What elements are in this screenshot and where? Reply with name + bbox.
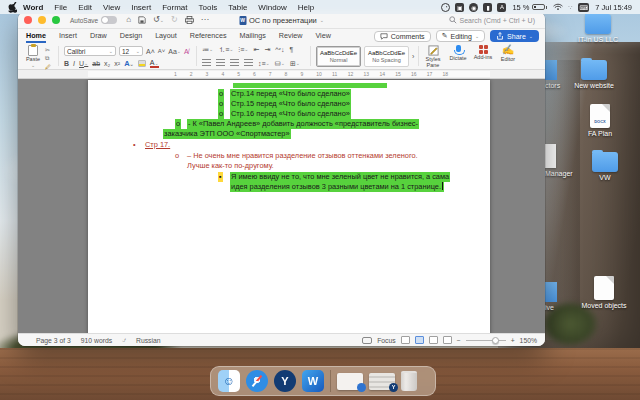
menu-item-edit[interactable]: Edit: [78, 3, 92, 12]
highlight-color-icon[interactable]: [138, 60, 146, 67]
document-line[interactable]: o– Не очень мне нравится разделение отзы…: [88, 151, 490, 161]
multilevel-list-button[interactable]: ⫶≡⌄: [239, 46, 249, 53]
grow-font-icon[interactable]: A˄: [146, 48, 155, 55]
comments-button[interactable]: Comments: [374, 31, 431, 42]
desktop-icon-partial[interactable]: ive: [545, 282, 557, 311]
desktop-icon-it-in-us-llc[interactable]: IT-in US LLC: [571, 14, 625, 44]
dock-minimized-window-2[interactable]: Y: [369, 373, 395, 390]
document-page[interactable]: oСтр.14 перед «Что было сделано»oСтр.15 …: [88, 80, 490, 333]
menu-extra-icon[interactable]: ▮: [483, 3, 492, 12]
zoom-button[interactable]: [52, 16, 60, 24]
font-name-combobox[interactable]: Calibri⌄: [64, 46, 116, 56]
document-line[interactable]: Лучше как-то по-другому.: [88, 161, 490, 171]
clear-formatting-icon[interactable]: A̸: [184, 48, 189, 55]
desktop-icon-vw[interactable]: VW: [578, 152, 632, 182]
bold-button[interactable]: B: [64, 60, 69, 67]
menu-item-format[interactable]: Format: [162, 3, 187, 12]
document-line[interactable]: идея разделения отзывов 3 разными цветам…: [88, 182, 490, 192]
document-line[interactable]: •Стр 17.: [88, 140, 490, 150]
dock-trash-icon[interactable]: [401, 371, 417, 391]
control-center-icon[interactable]: ⸪: [569, 4, 573, 11]
zoom-out-icon[interactable]: −: [457, 337, 461, 344]
paste-button[interactable]: Paste ⌄: [23, 45, 43, 68]
desktop-icon-partial[interactable]: Manager: [545, 144, 573, 177]
print-icon[interactable]: [185, 16, 194, 24]
home-icon[interactable]: ⌂: [126, 16, 131, 24]
align-left-icon[interactable]: [202, 59, 211, 67]
style-card-no-spacing[interactable]: AaBbCcDdEeNo Spacing: [364, 46, 409, 67]
word-count[interactable]: 910 words: [81, 337, 112, 344]
desktop-icon-partial[interactable]: ctors: [545, 60, 560, 89]
justify-icon[interactable]: [244, 59, 253, 67]
page-indicator[interactable]: Page 3 of 3: [36, 337, 71, 344]
dock-safari-icon[interactable]: [246, 370, 268, 392]
font-size-combobox[interactable]: 12⌄: [119, 46, 143, 56]
cut-icon[interactable]: ✂: [45, 46, 51, 53]
tab-insert[interactable]: Insert: [59, 30, 77, 43]
tab-review[interactable]: Review: [279, 30, 303, 43]
desktop-icon-new-website[interactable]: New website: [567, 60, 621, 90]
decrease-indent-icon[interactable]: ⇤: [254, 46, 260, 53]
menu-extra-icon[interactable]: ◉: [469, 3, 478, 12]
undo-icon[interactable]: ↺⌄: [153, 16, 164, 24]
menu-extra-icon[interactable]: ◔: [441, 3, 450, 12]
styles-pane-button[interactable]: Styles Pane: [422, 45, 444, 69]
dock-minimized-window-1[interactable]: [337, 373, 363, 390]
tab-references[interactable]: References: [190, 30, 227, 43]
redo-icon[interactable]: ↻: [171, 16, 178, 24]
align-right-icon[interactable]: [230, 59, 239, 67]
read-mode-icon[interactable]: [401, 336, 410, 344]
shrink-font-icon[interactable]: A˅: [158, 48, 166, 54]
line-spacing-icon[interactable]: ↕≡⌄: [258, 60, 270, 67]
outline-view-icon[interactable]: [443, 336, 452, 344]
font-color-icon[interactable]: A⌄: [150, 59, 159, 68]
menu-item-insert[interactable]: Insert: [131, 3, 151, 12]
borders-icon[interactable]: ⊞⌄: [290, 60, 300, 67]
more-commands-icon[interactable]: ⋯: [201, 16, 209, 24]
save-icon[interactable]: [138, 16, 146, 24]
menu-item-app[interactable]: Word: [23, 3, 43, 12]
ruler[interactable]: 123456789101112131415161718: [18, 70, 545, 79]
dock-word-icon[interactable]: W: [302, 370, 324, 392]
menu-extra-icon[interactable]: ▣: [455, 3, 464, 12]
autosave-control[interactable]: AutoSave: [70, 16, 117, 24]
document-title-area[interactable]: W ОС по презентации ⌄: [239, 16, 324, 25]
addins-button[interactable]: Add-ins: [472, 45, 494, 61]
spellcheck-icon[interactable]: ⍻: [122, 336, 126, 344]
document-line[interactable]: o- К «Павел Андреев» добавить должность …: [88, 119, 490, 129]
minimize-button[interactable]: [38, 16, 46, 24]
zoom-slider-knob[interactable]: [492, 337, 499, 344]
copy-icon[interactable]: ⧉: [45, 55, 51, 62]
keyboard-input-icon[interactable]: ⌨: [578, 3, 589, 12]
subscript-button[interactable]: x₂: [104, 60, 110, 67]
zoom-slider[interactable]: [466, 340, 506, 341]
document-line[interactable]: ▪Я имею ввиду не то, что мне зеленый цве…: [88, 172, 490, 182]
zoom-in-icon[interactable]: +: [511, 337, 515, 344]
tab-layout[interactable]: Layout: [155, 30, 177, 43]
document-line[interactable]: oСтр.14 перед «Что было сделано»: [88, 89, 490, 99]
bullets-button[interactable]: ≔⌄: [202, 46, 213, 53]
menu-clock[interactable]: 7 Jul 15:49: [595, 3, 632, 12]
search-control[interactable]: Search (Cmd + Ctrl + U): [449, 16, 535, 24]
change-case-icon[interactable]: Aa⌄: [168, 48, 181, 55]
document-line[interactable]: oСтр.15 перед «Что было сделано»: [88, 99, 490, 109]
dictate-button[interactable]: Dictate: [448, 45, 468, 62]
styles-scroll-icon[interactable]: ›: [412, 53, 414, 60]
menu-item-file[interactable]: File: [54, 3, 67, 12]
battery-indicator[interactable]: 15 %: [512, 3, 546, 12]
menu-item-table[interactable]: Table: [228, 3, 247, 12]
align-center-icon[interactable]: [216, 59, 225, 67]
sort-icon[interactable]: ᴬᶻ↓: [275, 46, 284, 53]
dock-finder-icon[interactable]: [218, 370, 240, 392]
print-layout-icon[interactable]: [415, 336, 424, 344]
document-line[interactable]: заказчика ЭТП ООО «Спортмастер»: [88, 129, 490, 139]
strikethrough-button[interactable]: ab: [92, 60, 100, 67]
superscript-button[interactable]: x²: [114, 60, 120, 67]
menu-item-tools[interactable]: Tools: [199, 3, 218, 12]
zoom-percent[interactable]: 150%: [520, 337, 537, 344]
dock-yandex-browser-icon[interactable]: Y: [274, 370, 296, 392]
menu-item-window[interactable]: Window: [258, 3, 286, 12]
wifi-icon[interactable]: [553, 3, 563, 11]
shading-icon[interactable]: ⛁⌄: [275, 60, 285, 67]
desktop-icon-moved-objects[interactable]: Moved objects: [577, 276, 631, 310]
